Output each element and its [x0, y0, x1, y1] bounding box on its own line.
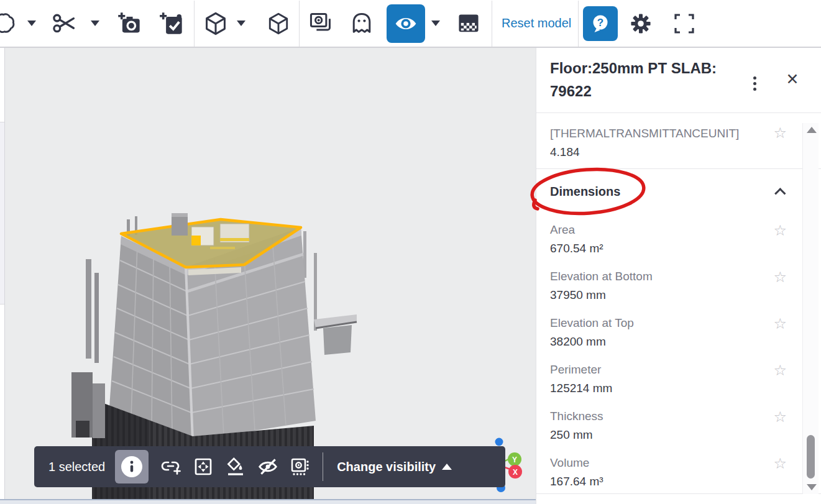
- selection-bar-separator: [323, 452, 323, 481]
- star-icon[interactable]: ☆: [773, 456, 787, 471]
- freeform-select-icon: [0, 11, 17, 36]
- property-label: Volume: [550, 454, 771, 472]
- property-row: Thickness 250 mm ☆: [536, 401, 821, 447]
- help-button[interactable]: ?: [583, 0, 618, 47]
- fit-to-view-button[interactable]: [191, 450, 216, 483]
- building-model: Y X: [5, 48, 536, 499]
- roof-trim: [210, 247, 235, 249]
- freeform-select-dropdown[interactable]: [27, 0, 36, 47]
- star-icon[interactable]: ☆: [773, 223, 787, 238]
- panel-scrollbar[interactable]: [802, 123, 819, 494]
- settings-button[interactable]: [628, 0, 653, 47]
- hide-button[interactable]: [255, 450, 280, 483]
- facade-column: [94, 273, 99, 363]
- property-label: Perimeter: [550, 360, 771, 379]
- chevron-down-icon: [27, 21, 36, 26]
- isolate-button[interactable]: [288, 450, 313, 483]
- property-label: Area: [550, 221, 771, 239]
- ghost-hidden-button[interactable]: [349, 0, 374, 47]
- base-annex: [93, 383, 105, 438]
- dimensions-section-header[interactable]: Dimensions: [536, 169, 821, 214]
- scissors-icon: [52, 11, 77, 36]
- facade-column: [314, 253, 317, 331]
- section-tool-dropdown[interactable]: [91, 0, 99, 47]
- compare-views-button[interactable]: [308, 0, 333, 47]
- star-icon[interactable]: ☆: [773, 410, 787, 424]
- property-value: 670.54 m²: [550, 239, 771, 257]
- visibility-button-active[interactable]: [387, 0, 425, 47]
- panel-title: Floor:250mm PT SLAB: 79622: [550, 57, 755, 103]
- close-panel-button[interactable]: ✕: [782, 70, 802, 88]
- ground-shadow-button[interactable]: [456, 0, 481, 47]
- add-snapshot-button[interactable]: [117, 0, 142, 47]
- scroll-down-arrow[interactable]: [807, 484, 817, 490]
- visibility-dropdown[interactable]: [431, 0, 440, 47]
- facade-column: [86, 259, 91, 359]
- chevron-up-icon[interactable]: [774, 188, 786, 199]
- reset-model-label: Reset model: [502, 16, 571, 30]
- star-icon[interactable]: ☆: [773, 363, 787, 378]
- section-box-button[interactable]: [266, 0, 291, 47]
- base-opening: [76, 421, 89, 438]
- balcony-wall: [323, 325, 352, 355]
- top-toolbar: Reset model ?: [0, 0, 821, 48]
- property-row: Elevation at Top 38200 mm ☆: [536, 308, 821, 354]
- section-tool-button[interactable]: [52, 0, 77, 47]
- property-value: 38200 mm: [550, 332, 771, 351]
- left-edge-strip: [0, 48, 5, 499]
- kebab-menu-icon[interactable]: [750, 73, 760, 94]
- properties-button-active[interactable]: [115, 450, 149, 483]
- info-icon: [121, 456, 143, 478]
- toolbar-separator: [299, 1, 300, 47]
- selection-count: 1 selected: [48, 460, 105, 474]
- svg-text:X: X: [513, 468, 518, 477]
- add-issue-button[interactable]: [159, 0, 184, 47]
- star-icon[interactable]: ☆: [773, 270, 787, 285]
- gear-icon: [628, 11, 653, 36]
- property-value: 167.64 m³: [550, 472, 771, 490]
- layers-eye-icon: [308, 11, 333, 36]
- model-viewport[interactable]: Y X 1 selected: [5, 48, 536, 499]
- fullscreen-icon: [672, 12, 697, 35]
- properties-panel-header: Floor:250mm PT SLAB: 79622 ✕: [536, 48, 821, 113]
- selection-toolbar: 1 selected Change visibility: [34, 446, 505, 487]
- model-views-button[interactable]: [203, 0, 228, 47]
- chevron-up-icon[interactable]: [442, 464, 452, 470]
- eye-icon: [394, 12, 418, 35]
- fullscreen-button[interactable]: [672, 0, 697, 47]
- toolbar-separator: [492, 1, 492, 47]
- property-value: 37950 mm: [550, 286, 771, 304]
- toolbar-separator: [578, 1, 579, 47]
- property-row: Volume 167.64 m³ ☆: [536, 447, 821, 494]
- link-add-button[interactable]: [158, 450, 183, 483]
- properties-list: [THERMALTRANSMITTANCEUNIT] 4.184 ☆ Dimen…: [536, 113, 821, 494]
- property-label: Thickness: [550, 407, 771, 426]
- color-override-button[interactable]: [223, 450, 248, 483]
- viewport-bottom-edge: [0, 499, 536, 504]
- fit-to-view-icon: [193, 457, 213, 477]
- property-value: 4.184: [550, 143, 771, 161]
- change-visibility-button[interactable]: Change visibility: [337, 460, 436, 474]
- star-icon[interactable]: ☆: [773, 316, 787, 331]
- star-icon[interactable]: ☆: [773, 126, 787, 140]
- reset-model-link[interactable]: Reset model: [502, 0, 571, 47]
- chevron-down-icon: [91, 21, 99, 26]
- property-value: 250 mm: [550, 426, 771, 444]
- property-label: Elevation at Bottom: [550, 267, 771, 286]
- property-label: [THERMALTRANSMITTANCEUNIT]: [550, 124, 771, 143]
- toolbar-separator: [194, 1, 195, 47]
- scrollbar-thumb[interactable]: [807, 435, 815, 479]
- gizmo-z-dot[interactable]: [495, 438, 503, 446]
- freeform-select-button[interactable]: [0, 0, 17, 47]
- svg-text:Y: Y: [512, 456, 517, 464]
- bim-viewer-app: Reset model ?: [0, 0, 821, 504]
- scroll-up-arrow[interactable]: [807, 127, 817, 133]
- link-add-icon: [160, 456, 181, 477]
- model-views-dropdown[interactable]: [237, 0, 245, 47]
- section-title: Dimensions: [550, 185, 620, 199]
- property-label: Elevation at Top: [550, 314, 771, 332]
- property-row: [THERMALTRANSMITTANCEUNIT] 4.184 ☆: [536, 113, 821, 169]
- eye-slash-icon: [257, 456, 278, 477]
- clipboard-add-icon: [159, 11, 184, 36]
- panel-footer-divider: [536, 493, 821, 494]
